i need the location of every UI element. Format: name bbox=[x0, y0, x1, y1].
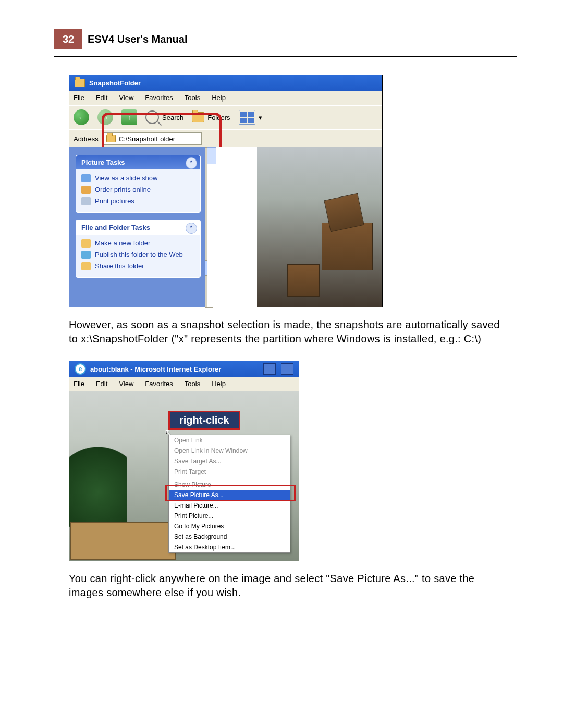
collapse-icon[interactable]: ˄ bbox=[186, 223, 197, 234]
camera-image[interactable]: ↖ right-click Open LinkOpen Link in New … bbox=[69, 391, 299, 561]
up-button[interactable]: ↑ bbox=[121, 109, 137, 125]
ie-window-title: about:blank - Microsoft Internet Explore… bbox=[90, 365, 258, 373]
picture-tasks-title: Picture Tasks bbox=[81, 158, 125, 166]
menu-favorites[interactable]: Favorites bbox=[145, 380, 173, 388]
task-share-folder[interactable]: Share this folder bbox=[81, 261, 196, 272]
ctx-set-as-desktop-item[interactable]: Set as Desktop Item... bbox=[169, 542, 290, 552]
header-rule bbox=[54, 56, 517, 57]
address-value: C:\SnapshotFolder bbox=[119, 135, 175, 143]
task-order-prints[interactable]: Order prints online bbox=[81, 184, 196, 195]
menu-tools[interactable]: Tools bbox=[185, 380, 200, 388]
ctx-set-as-background[interactable]: Set as Background bbox=[169, 532, 290, 542]
paragraph-1: However, as soon as a snapshot selection… bbox=[69, 318, 503, 346]
ctx-print-picture[interactable]: Print Picture... bbox=[169, 511, 290, 521]
address-label: Address bbox=[74, 135, 99, 143]
ctx-save-picture-as[interactable]: Save Picture As... bbox=[169, 490, 290, 500]
ctx-print-target: Print Target bbox=[169, 466, 290, 477]
folders-button[interactable]: Folders bbox=[192, 112, 230, 122]
menu-file[interactable]: File bbox=[74, 380, 84, 388]
ctx-save-target-as: Save Target As... bbox=[169, 456, 290, 466]
page-number: 32 bbox=[54, 29, 82, 49]
menu-edit[interactable]: Edit bbox=[96, 380, 107, 388]
ctx-open-link-in-new-window: Open Link in New Window bbox=[169, 446, 290, 456]
explorer-titlebar[interactable]: SnapshotFolder bbox=[69, 75, 382, 91]
search-button[interactable]: Search bbox=[145, 110, 183, 124]
ctx-go-to-my-pictures[interactable]: Go to My Pictures bbox=[169, 521, 290, 532]
page-header: 32 ESV4 User's Manual bbox=[54, 29, 517, 49]
menu-edit[interactable]: Edit bbox=[96, 94, 107, 102]
folders-icon bbox=[192, 112, 204, 122]
maximize-button[interactable] bbox=[281, 363, 293, 375]
room-image bbox=[257, 147, 382, 307]
ctx-open-link: Open Link bbox=[169, 435, 290, 446]
folder-tasks-panel: File and Folder Tasks ˄ Make a new folde… bbox=[76, 220, 201, 278]
menu-help[interactable]: Help bbox=[212, 94, 226, 102]
search-label: Search bbox=[162, 114, 183, 121]
menu-view[interactable]: View bbox=[119, 380, 133, 388]
task-publish-web[interactable]: Publish this folder to the Web bbox=[81, 249, 196, 261]
explorer-window-title: SnapshotFolder bbox=[89, 79, 141, 87]
chevron-down-icon: ▾ bbox=[259, 114, 262, 121]
picture-tasks-panel: Picture Tasks ˄ View as a slide show Ord… bbox=[76, 155, 201, 213]
desk-decor bbox=[70, 522, 176, 560]
folders-label: Folders bbox=[207, 114, 230, 121]
snapshot-thumbnail[interactable] bbox=[257, 147, 382, 307]
back-button[interactable]: ← bbox=[74, 109, 89, 125]
address-bar: Address C:\SnapshotFolder bbox=[69, 129, 382, 147]
folder-icon bbox=[75, 79, 85, 87]
task-print-pictures[interactable]: Print pictures bbox=[81, 195, 196, 207]
right-click-callout: right-click bbox=[168, 411, 240, 430]
menu-tools[interactable]: Tools bbox=[185, 94, 200, 102]
explorer-screenshot: SnapshotFolder File Edit View Favorites … bbox=[69, 75, 383, 307]
ie-screenshot: e about:blank - Microsoft Internet Explo… bbox=[69, 361, 299, 561]
menu-file[interactable]: File bbox=[74, 94, 84, 102]
menu-view[interactable]: View bbox=[119, 94, 133, 102]
explorer-menubar: File Edit View Favorites Tools Help bbox=[69, 91, 382, 105]
explorer-toolbar: ← → ↑ Search Folders ▾ bbox=[69, 105, 382, 129]
picture-tasks-header[interactable]: Picture Tasks ˄ bbox=[76, 155, 200, 169]
ie-menubar: File Edit View Favorites Tools Help bbox=[69, 377, 299, 391]
views-icon bbox=[239, 110, 255, 125]
views-button[interactable]: ▾ bbox=[239, 110, 262, 125]
explorer-content bbox=[207, 147, 382, 307]
ie-icon: e bbox=[75, 363, 86, 375]
forward-button[interactable]: → bbox=[97, 109, 113, 125]
manual-title: ESV4 User's Manual bbox=[82, 29, 188, 49]
menu-favorites[interactable]: Favorites bbox=[145, 94, 173, 102]
ctx-show-picture: Show Picture bbox=[169, 479, 290, 490]
tasks-pane: Picture Tasks ˄ View as a slide show Ord… bbox=[69, 147, 207, 307]
context-menu: Open LinkOpen Link in New WindowSave Tar… bbox=[168, 435, 290, 553]
collapse-icon[interactable]: ˄ bbox=[186, 157, 197, 169]
folder-tasks-header[interactable]: File and Folder Tasks ˄ bbox=[76, 220, 200, 235]
ie-titlebar[interactable]: e about:blank - Microsoft Internet Explo… bbox=[69, 361, 299, 377]
menu-help[interactable]: Help bbox=[212, 380, 226, 388]
address-input[interactable]: C:\SnapshotFolder bbox=[103, 132, 202, 145]
search-icon bbox=[145, 110, 159, 124]
task-new-folder[interactable]: Make a new folder bbox=[81, 238, 196, 249]
task-slideshow[interactable]: View as a slide show bbox=[81, 172, 196, 184]
folder-tasks-title: File and Folder Tasks bbox=[81, 224, 150, 231]
ctx-e-mail-picture[interactable]: E-mail Picture... bbox=[169, 500, 290, 511]
scrollbar-thumb[interactable] bbox=[207, 147, 216, 164]
minimize-button[interactable] bbox=[263, 363, 276, 375]
folder-icon bbox=[106, 135, 116, 142]
paragraph-2: You can right-click anywhere on the imag… bbox=[69, 572, 503, 600]
